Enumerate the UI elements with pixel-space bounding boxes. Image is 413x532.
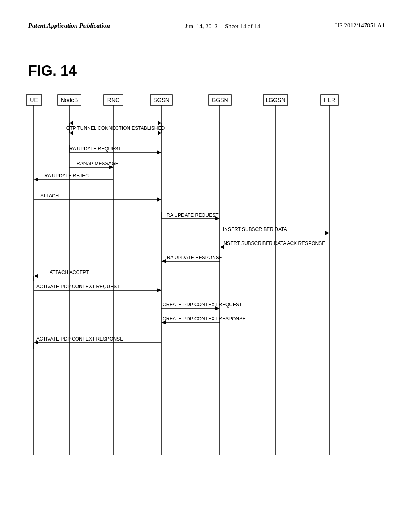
svg-marker-23: [158, 121, 161, 125]
svg-text:RANAP MESSAGE: RANAP MESSAGE: [77, 161, 119, 166]
svg-marker-32: [157, 150, 161, 154]
svg-marker-22: [69, 121, 73, 125]
svg-marker-41: [157, 197, 161, 202]
header: Patent Application Publication Jun. 14, …: [0, 0, 413, 31]
svg-text:HLR: HLR: [324, 97, 335, 103]
svg-marker-25: [69, 131, 73, 135]
header-center: Jun. 14, 2012 Sheet 14 of 14: [185, 22, 260, 31]
header-left: Patent Application Publication: [28, 22, 110, 29]
svg-text:ATTACH: ATTACH: [40, 193, 59, 199]
svg-text:ATTACH ACCEPT: ATTACH ACCEPT: [50, 270, 89, 275]
svg-text:UE: UE: [30, 97, 38, 103]
svg-text:LGGSN: LGGSN: [265, 97, 285, 103]
svg-marker-61: [157, 288, 161, 292]
header-right: US 2012/147851 A1: [335, 22, 385, 29]
sequence-diagram: UE NodeB RNC SGSN GGSN LGGSN HLR: [22, 93, 385, 488]
svg-text:NodeB: NodeB: [61, 97, 78, 103]
svg-text:RA UPDATE REJECT: RA UPDATE REJECT: [44, 173, 92, 179]
svg-text:ACTIVATE PDP CONTEXT REQUEST: ACTIVATE PDP CONTEXT REQUEST: [36, 284, 120, 289]
svg-marker-38: [34, 177, 38, 181]
svg-text:CREATE PDP CONTEXT REQUEST: CREATE PDP CONTEXT REQUEST: [163, 302, 242, 308]
header-sheet: Sheet 14 of 14: [225, 23, 260, 29]
figure-label: FIG. 14: [28, 62, 77, 79]
svg-text:RNC: RNC: [107, 97, 119, 103]
svg-text:CREATE PDP CONTEXT RESPONSE: CREATE PDP CONTEXT RESPONSE: [163, 316, 246, 322]
svg-text:RA UPDATE REQUEST: RA UPDATE REQUEST: [167, 212, 219, 218]
svg-text:. RA UPDATE RESPONSE: . RA UPDATE RESPONSE: [164, 255, 222, 260]
svg-text:RA UPDATE REQUEST: RA UPDATE REQUEST: [69, 146, 121, 152]
svg-text:ACTIVATE PDP CONTEXT RESPONSE: ACTIVATE PDP CONTEXT RESPONSE: [36, 336, 123, 342]
svg-text:SGSN: SGSN: [153, 97, 169, 103]
svg-marker-48: [325, 231, 330, 235]
svg-text:INSERT SUBSCRIBER DATA: INSERT SUBSCRIBER DATA: [223, 227, 287, 232]
header-date: Jun. 14, 2012: [185, 23, 217, 29]
svg-text:GGSN: GGSN: [211, 97, 228, 103]
page: Patent Application Publication Jun. 14, …: [0, 0, 413, 532]
svg-marker-26: [158, 131, 161, 135]
svg-text:GTP TUNNEL CONNECTION ESTABLIS: GTP TUNNEL CONNECTION ESTABLISHED: [66, 125, 165, 131]
svg-marker-57: [34, 274, 38, 278]
svg-text:INSERT SUBSCRIBER DATA ACK RES: INSERT SUBSCRIBER DATA ACK RESPONSE: [222, 241, 325, 246]
